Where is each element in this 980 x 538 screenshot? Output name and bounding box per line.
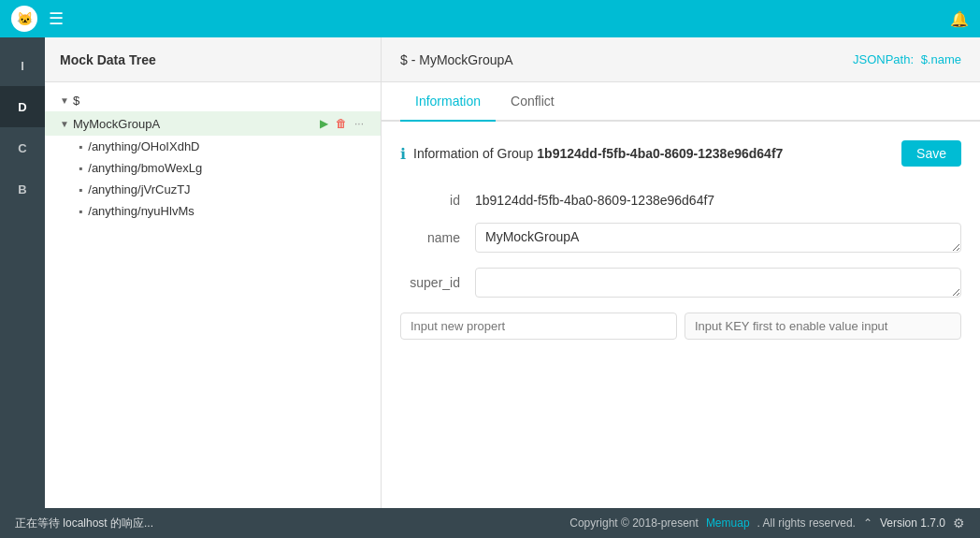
info-text: Information of Group 1b9124dd-f5fb-4ba0-… <box>413 146 783 161</box>
tree-item-child-3[interactable]: ▪ /anything/nyuHlvMs <box>45 200 381 222</box>
tree-title: Mock Data Tree <box>60 52 156 67</box>
name-input[interactable] <box>475 223 961 253</box>
main-layout: I D C B Mock Data Tree ▼ $ ▼ MyMockGroup… <box>0 37 980 508</box>
info-banner: ℹ Information of Group 1b9124dd-f5fb-4ba… <box>400 140 961 167</box>
jsonpath-value: $.name <box>921 52 961 66</box>
footer-copyright: Copyright © 2018-present <box>569 516 699 530</box>
save-button[interactable]: Save <box>901 140 961 167</box>
tree-item-group[interactable]: ▼ MyMockGroupA ▶ 🗑 ··· <box>45 111 381 136</box>
superid-label: super_id <box>400 268 475 290</box>
tabs: Information Conflict <box>382 82 980 122</box>
footer-caret-icon: ⌃ <box>863 516 872 530</box>
top-bar-left: 🐱 ☰ <box>11 6 64 32</box>
tab-information[interactable]: Information <box>400 82 496 122</box>
tree-header: Mock Data Tree <box>45 37 381 82</box>
tree-item-child-2[interactable]: ▪ /anything/jVrCuzTJ <box>45 179 381 200</box>
id-label: id <box>400 185 475 208</box>
tree-item-root[interactable]: ▼ $ <box>45 90 381 111</box>
more-button[interactable]: ··· <box>353 115 366 132</box>
id-value: 1b9124dd-f5fb-4ba0-8609-1238e96d64f7 <box>475 185 714 208</box>
footer-status: 正在等待 localhost 的响应... <box>15 516 153 531</box>
info-group-id: 1b9124dd-f5fb-4ba0-8609-1238e96d64f7 <box>537 146 783 161</box>
footer-version: Version 1.7.0 <box>880 516 945 530</box>
new-property-row <box>400 313 961 340</box>
hamburger-icon[interactable]: ☰ <box>49 8 64 29</box>
footer-rights: . All rights reserved. <box>757 516 856 530</box>
info-circle-icon: ℹ <box>400 145 406 163</box>
content-body: ℹ Information of Group 1b9124dd-f5fb-4ba… <box>382 122 980 508</box>
tree-panel: Mock Data Tree ▼ $ ▼ MyMockGroupA ▶ 🗑 ··… <box>45 37 382 508</box>
file-icon-0: ▪ <box>79 140 82 153</box>
bell-icon[interactable]: 🔔 <box>950 10 969 28</box>
arrow-icon: ▼ <box>60 95 69 106</box>
sidebar-item-d[interactable]: D <box>0 86 45 127</box>
footer-right: Copyright © 2018-present Memuар . All ri… <box>569 516 965 531</box>
content-panel: $ - MyMockGroupA JSONPath: $.name Inform… <box>382 37 980 508</box>
info-prefix: Information of Group <box>413 146 533 161</box>
content-header: $ - MyMockGroupA JSONPath: $.name <box>382 37 980 82</box>
delete-button[interactable]: 🗑 <box>334 115 349 132</box>
form-row-superid: super_id <box>400 268 961 298</box>
file-icon-2: ▪ <box>79 183 82 196</box>
sidebar-item-c[interactable]: C <box>0 127 45 168</box>
name-label: name <box>400 223 475 245</box>
form-row-id: id 1b9124dd-f5fb-4ba0-8609-1238e96d64f7 <box>400 185 961 208</box>
content-header-jsonpath: JSONPath: $.name <box>853 52 961 66</box>
tree-item-actions: ▶ 🗑 ··· <box>318 115 366 132</box>
tree-item-child-1[interactable]: ▪ /anything/bmoWexLg <box>45 157 381 179</box>
gear-icon[interactable]: ⚙ <box>953 516 965 531</box>
tree-group-label: MyMockGroupA <box>73 117 160 131</box>
tree-child-label-2: /anything/jVrCuzTJ <box>88 182 190 196</box>
tree-root-label: $ <box>73 94 79 108</box>
footer: 正在等待 localhost 的响应... Copyright © 2018-p… <box>0 508 980 538</box>
superid-input[interactable] <box>475 268 961 298</box>
tree-child-label-3: /anything/nyuHlvMs <box>88 204 194 218</box>
jsonpath-label: JSONPath: <box>853 52 914 66</box>
footer-brand: Memuар <box>706 516 750 530</box>
tree-child-label-0: /anything/OHoIXdhD <box>88 139 199 153</box>
tree-item-child-0[interactable]: ▪ /anything/OHoIXdhD <box>45 136 381 157</box>
content-header-path: $ - MyMockGroupA <box>400 52 513 67</box>
sidebar-item-b[interactable]: B <box>0 168 45 210</box>
new-property-key-input[interactable] <box>400 313 677 340</box>
group-arrow-icon: ▼ <box>60 119 69 129</box>
file-icon-1: ▪ <box>79 162 82 175</box>
tab-conflict[interactable]: Conflict <box>496 82 569 122</box>
tree-child-label-1: /anything/bmoWexLg <box>88 161 202 175</box>
play-button[interactable]: ▶ <box>318 115 330 132</box>
logo-icon: 🐱 <box>11 6 37 32</box>
form-row-name: name <box>400 223 961 253</box>
top-bar: 🐱 ☰ 🔔 <box>0 0 980 37</box>
file-icon-3: ▪ <box>79 205 82 218</box>
new-property-value-input <box>685 313 961 340</box>
icon-sidebar: I D C B <box>0 37 45 508</box>
tree-body: ▼ $ ▼ MyMockGroupA ▶ 🗑 ··· ▪ /anything/O… <box>45 82 381 508</box>
sidebar-item-i[interactable]: I <box>0 45 45 86</box>
